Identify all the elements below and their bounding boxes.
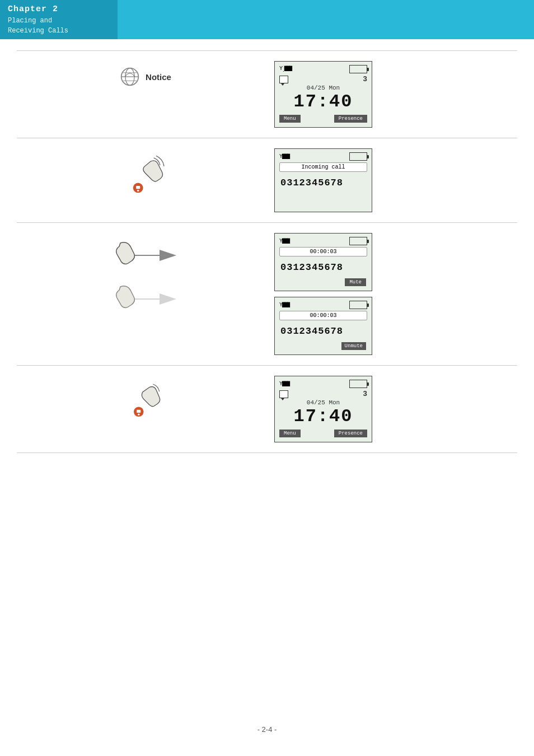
- row-2: Y███ Incoming call 0312345678: [17, 138, 517, 222]
- battery-icon-3b: [349, 301, 367, 309]
- status-bar-4: Y███: [279, 380, 367, 388]
- page-number: - 2-4 -: [257, 725, 277, 734]
- row4-right: Y███ 3 04/25 Mon 17:40 Menu Presence: [274, 376, 372, 442]
- msg-count-1: 3: [363, 75, 367, 83]
- page-footer: - 2-4 -: [0, 725, 534, 734]
- signal-icon-3b: Y███: [279, 302, 289, 308]
- message-icon-1: [279, 76, 288, 83]
- status-bar-3a: Y███: [279, 237, 367, 245]
- svg-rect-13: [137, 410, 140, 413]
- handset-active-icon: [115, 239, 176, 272]
- svg-marker-10: [160, 293, 176, 305]
- main-content: Notice Y.███ 3 04/25 Mon 17:40: [0, 39, 534, 470]
- notice-label: Notice: [146, 72, 171, 82]
- signal-icon-4: Y███: [279, 381, 289, 387]
- signal-icon-1: Y.███: [279, 66, 292, 73]
- svg-marker-8: [160, 250, 176, 261]
- svg-rect-14: [138, 414, 140, 416]
- row1-left: Notice: [17, 61, 274, 92]
- svg-rect-6: [136, 186, 140, 189]
- phone-time-1: 17:40: [279, 92, 367, 111]
- signal-icon-2: Y███: [279, 153, 289, 160]
- ringing-phone-small-icon: [126, 381, 165, 421]
- caller-number-2: 0312345678: [279, 174, 367, 192]
- svg-rect-7: [137, 190, 139, 192]
- unmute-button[interactable]: Unmute: [341, 342, 366, 350]
- row-4: Y███ 3 04/25 Mon 17:40 Menu Presence: [17, 365, 517, 453]
- globe-icon: [120, 67, 140, 87]
- chapter-number: Chapter 2: [8, 3, 110, 16]
- call-timer-3a: 00:00:03: [279, 247, 367, 256]
- handset-idle-icon: [115, 282, 176, 316]
- phone-date-4: 04/25 Mon: [279, 399, 367, 406]
- row2-left: [17, 148, 274, 204]
- row4-left: [17, 376, 274, 426]
- softkey-menu-1[interactable]: Menu: [279, 115, 301, 123]
- phone-screen-2: Y███ Incoming call 0312345678: [274, 148, 372, 212]
- phone-screen-4: Y███ 3 04/25 Mon 17:40 Menu Presence: [274, 376, 372, 442]
- row3-right: Y███ 00:00:03 0312345678 Mute Y███: [274, 233, 372, 355]
- phone-screen-3a: Y███ 00:00:03 0312345678 Mute: [274, 233, 372, 291]
- msg-row-4: 3: [279, 390, 367, 398]
- unmute-row: Unmute: [279, 340, 367, 350]
- softkeys-1: Menu Presence: [279, 115, 367, 123]
- chapter-subtitle1: Placing and: [8, 16, 110, 26]
- phone-date-1: 04/25 Mon: [279, 85, 367, 91]
- phone-screen-1: Y.███ 3 04/25 Mon 17:40 Menu Presence: [274, 61, 372, 128]
- signal-icon-3a: Y███: [279, 238, 289, 244]
- msg-count-4: 3: [363, 390, 367, 398]
- battery-icon-2: [349, 152, 367, 161]
- mute-row: Mute: [279, 276, 367, 286]
- message-icon-4: [279, 390, 288, 398]
- handset-icons: [115, 239, 176, 316]
- row2-right: Y███ Incoming call 0312345678: [274, 148, 372, 212]
- battery-icon-4: [349, 380, 367, 388]
- page-header: Chapter 2 Placing and Receiving Calls: [0, 0, 534, 39]
- row3-left: [17, 233, 274, 321]
- softkey-menu-4[interactable]: Menu: [279, 430, 301, 437]
- battery-icon-3a: [349, 237, 367, 245]
- call-timer-3b: 00:00:03: [279, 311, 367, 320]
- chapter-subtitle2: Receiving Calls: [8, 26, 110, 36]
- notice-block: Notice: [120, 67, 171, 87]
- phone-screen-3b: Y███ 00:00:03 0312345678 Unmute: [274, 297, 372, 355]
- call-number-3a: 0312345678: [279, 259, 367, 276]
- row-3: Y███ 00:00:03 0312345678 Mute Y███: [17, 222, 517, 365]
- softkeys-4: Menu Presence: [279, 430, 367, 437]
- chapter-tab: Chapter 2 Placing and Receiving Calls: [0, 0, 118, 39]
- mute-button[interactable]: Mute: [345, 278, 366, 286]
- row1-right: Y.███ 3 04/25 Mon 17:40 Menu Presence: [274, 61, 372, 128]
- status-bar-1: Y.███: [279, 65, 367, 73]
- incoming-call-label: Incoming call: [279, 162, 367, 172]
- status-bar-2: Y███: [279, 152, 367, 161]
- status-bar-3b: Y███: [279, 301, 367, 309]
- softkey-presence-1[interactable]: Presence: [334, 115, 367, 123]
- call-number-3b: 0312345678: [279, 323, 367, 340]
- row-1: Notice Y.███ 3 04/25 Mon 17:40: [17, 50, 517, 138]
- msg-row-1: 3: [279, 75, 367, 83]
- ringing-phone-icon: [123, 154, 168, 199]
- phone-time-4: 17:40: [279, 407, 367, 426]
- battery-icon-1: [349, 65, 367, 73]
- softkey-presence-4[interactable]: Presence: [334, 430, 367, 437]
